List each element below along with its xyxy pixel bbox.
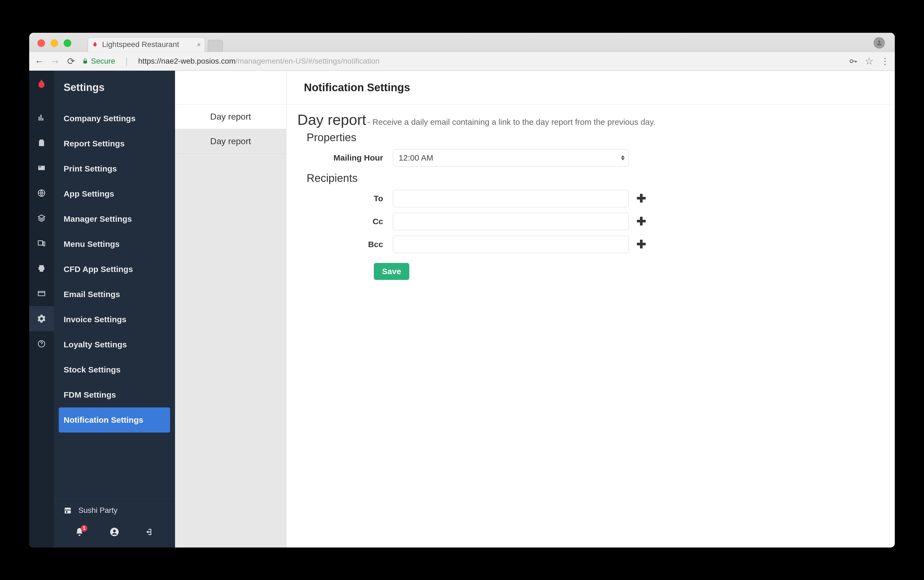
subnav-panel: Day report Day report	[175, 71, 287, 547]
sidebar-item-report-settings[interactable]: Report Settings	[54, 131, 175, 156]
address-bar: ← → ⟳ Secure | https://nae2-web.posios.c…	[29, 52, 895, 71]
sidebar-title: Settings	[54, 71, 175, 106]
content-body: Day report - Receive a daily email conta…	[287, 105, 895, 287]
cc-row: Cc ✚	[297, 213, 884, 230]
sidebar-item-email-settings[interactable]: Email Settings	[54, 282, 175, 307]
sidebar-item-fdm-settings[interactable]: FDM Settings	[54, 382, 175, 407]
sidebar-item-print-settings[interactable]: Print Settings	[54, 156, 175, 181]
rail-globe-icon[interactable]	[29, 181, 54, 206]
app-body: Settings Company Settings Report Setting…	[29, 71, 895, 547]
sidebar-item-company-settings[interactable]: Company Settings	[54, 106, 175, 131]
sidebar-item-stock-settings[interactable]: Stock Settings	[54, 357, 175, 382]
lightspeed-logo-icon[interactable]	[36, 78, 48, 91]
profile-avatar-icon[interactable]	[873, 37, 885, 49]
content-panel: Notification Settings Day report - Recei…	[287, 71, 895, 547]
secure-label: Secure	[91, 57, 115, 66]
sidebar-item-notification-settings[interactable]: Notification Settings	[59, 407, 170, 433]
rail-clipboard-icon[interactable]	[29, 130, 54, 155]
sidebar-item-loyalty-settings[interactable]: Loyalty Settings	[54, 332, 175, 357]
recipients-heading: Recipients	[306, 172, 884, 185]
chevron-updown-icon	[621, 155, 625, 160]
window-controls	[38, 40, 71, 47]
section-title: Day report	[297, 111, 366, 128]
save-button[interactable]: Save	[374, 263, 409, 280]
sidebar-item-cfd-app-settings[interactable]: CFD App Settings	[54, 257, 175, 282]
logout-icon[interactable]	[145, 527, 154, 538]
tab-title: Lightspeed Restaurant	[102, 40, 179, 49]
to-row: To ✚	[297, 190, 884, 207]
settings-sidebar: Settings Company Settings Report Setting…	[54, 71, 175, 547]
cc-input[interactable]	[393, 213, 629, 230]
sidebar-footer: Sushi Party 1	[54, 499, 175, 547]
section-subtitle: - Receive a daily email containing a lin…	[367, 117, 656, 127]
key-icon[interactable]	[849, 57, 858, 66]
bcc-input[interactable]	[393, 236, 629, 253]
subnav-item-day-report-1[interactable]: Day report	[175, 105, 286, 129]
separator: |	[125, 56, 128, 66]
to-label: To	[297, 194, 393, 203]
url-display[interactable]: https://nae2-web.posios.com/management/e…	[138, 57, 380, 66]
reload-button[interactable]: ⟳	[66, 56, 76, 67]
menu-dots-icon[interactable]: ⋮	[881, 56, 889, 66]
sidebar-item-menu-settings[interactable]: Menu Settings	[54, 232, 175, 257]
add-to-button[interactable]: ✚	[636, 192, 646, 205]
rail-help-icon[interactable]	[29, 331, 54, 356]
tab-close-icon[interactable]: ×	[197, 40, 201, 49]
icon-rail	[29, 71, 54, 547]
rail-card-icon[interactable]	[29, 155, 54, 181]
tab-strip: Lightspeed Restaurant ×	[29, 33, 895, 52]
rail-wallet-icon[interactable]	[29, 281, 54, 306]
browser-chrome: Lightspeed Restaurant × ← → ⟳ Secure | h…	[29, 33, 895, 71]
minimize-window-button[interactable]	[51, 40, 58, 47]
bookmark-star-icon[interactable]: ☆	[865, 56, 873, 67]
lock-icon	[82, 58, 88, 64]
maximize-window-button[interactable]	[64, 40, 71, 47]
rail-settings-icon[interactable]	[29, 306, 54, 331]
establishment-name: Sushi Party	[78, 506, 117, 515]
properties-heading: Properties	[306, 131, 884, 143]
new-tab-button[interactable]	[208, 40, 223, 52]
store-icon	[64, 506, 72, 514]
back-button[interactable]: ←	[35, 56, 44, 67]
cc-label: Cc	[297, 217, 393, 226]
notifications-count-badge: 1	[81, 525, 87, 532]
security-indicator[interactable]: Secure	[82, 57, 115, 66]
bcc-row: Bcc ✚	[297, 236, 884, 253]
to-input[interactable]	[393, 190, 629, 207]
rail-printer-icon[interactable]	[29, 256, 54, 281]
browser-tab[interactable]: Lightspeed Restaurant ×	[88, 37, 205, 52]
sidebar-item-app-settings[interactable]: App Settings	[54, 181, 175, 206]
mailing-hour-label: Mailing Hour	[297, 153, 393, 163]
rail-layers-icon[interactable]	[29, 206, 54, 231]
subnav-item-day-report-2[interactable]: Day report	[175, 129, 286, 154]
establishment-selector[interactable]: Sushi Party	[54, 499, 175, 522]
add-cc-button[interactable]: ✚	[636, 215, 646, 228]
sidebar-item-invoice-settings[interactable]: Invoice Settings	[54, 307, 175, 332]
rail-dashboard-icon[interactable]	[29, 105, 54, 130]
account-icon[interactable]	[110, 527, 119, 538]
rail-devices-icon[interactable]	[29, 231, 54, 256]
sidebar-bottom-icons: 1	[54, 522, 175, 547]
add-bcc-button[interactable]: ✚	[636, 237, 646, 251]
content-header: Notification Settings	[287, 71, 895, 105]
mailing-hour-row: Mailing Hour 12:00 AM	[297, 149, 884, 166]
bcc-label: Bcc	[297, 240, 393, 249]
close-window-button[interactable]	[38, 40, 45, 47]
flame-icon	[92, 41, 98, 48]
svg-point-0	[850, 60, 853, 63]
forward-button[interactable]: →	[51, 56, 60, 67]
notifications-bell-icon[interactable]: 1	[75, 527, 84, 538]
mailing-hour-value: 12:00 AM	[399, 153, 433, 163]
browser-window: Lightspeed Restaurant × ← → ⟳ Secure | h…	[29, 33, 895, 547]
sidebar-item-manager-settings[interactable]: Manager Settings	[54, 206, 175, 232]
mailing-hour-select[interactable]: 12:00 AM	[393, 149, 629, 166]
